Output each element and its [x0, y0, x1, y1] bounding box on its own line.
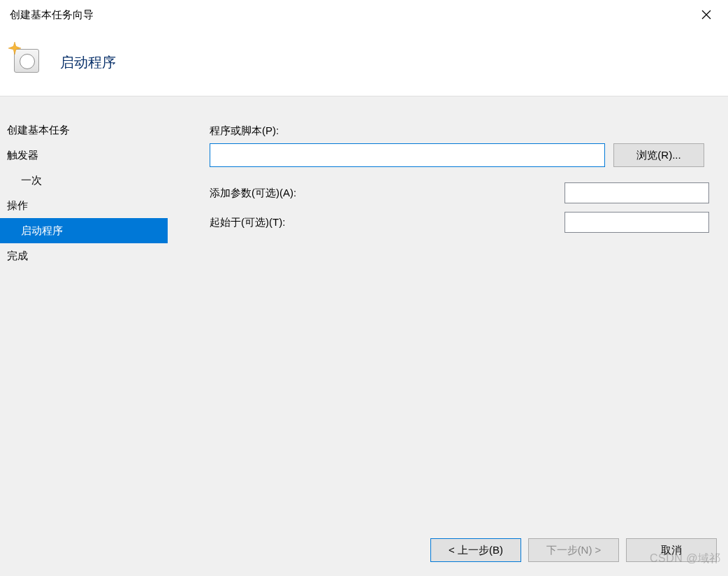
program-script-label: 程序或脚本(P): — [210, 124, 717, 138]
wizard-body: 创建基本任务触发器一次操作启动程序完成 程序或脚本(P): 浏览(R)... 添… — [0, 96, 728, 576]
start-in-input[interactable] — [565, 212, 709, 233]
add-arguments-label: 添加参数(可选)(A): — [210, 187, 565, 200]
wizard-step-title: 启动程序 — [60, 53, 116, 72]
wizard-content: 程序或脚本(P): 浏览(R)... 添加参数(可选)(A): 起始于(可选)(… — [168, 96, 728, 576]
svg-marker-2 — [8, 42, 21, 55]
sidebar-step-5[interactable]: 完成 — [0, 243, 168, 268]
close-icon — [701, 10, 711, 20]
start-in-label: 起始于(可选)(T): — [210, 216, 565, 229]
sparkle-icon — [8, 42, 21, 55]
close-button[interactable] — [689, 2, 724, 27]
wizard-footer: < 上一步(B) 下一步(N) > 取消 — [430, 538, 717, 562]
title-bar: 创建基本任务向导 — [0, 0, 728, 29]
next-button[interactable]: 下一步(N) > — [528, 538, 619, 562]
sidebar-step-0[interactable]: 创建基本任务 — [0, 117, 168, 143]
wizard-steps-sidebar: 创建基本任务触发器一次操作启动程序完成 — [0, 96, 168, 576]
browse-button[interactable]: 浏览(R)... — [613, 143, 704, 167]
program-script-input[interactable] — [210, 143, 605, 167]
sidebar-step-4[interactable]: 启动程序 — [0, 218, 168, 243]
sidebar-step-3[interactable]: 操作 — [0, 193, 168, 218]
sidebar-step-1[interactable]: 触发器 — [0, 143, 168, 168]
wizard-header: 启动程序 — [0, 29, 728, 96]
window-title: 创建基本任务向导 — [10, 8, 94, 22]
cancel-button[interactable]: 取消 — [626, 538, 717, 562]
add-arguments-input[interactable] — [565, 182, 709, 203]
wizard-header-icon — [11, 45, 42, 75]
sidebar-step-2[interactable]: 一次 — [0, 168, 168, 193]
back-button[interactable]: < 上一步(B) — [430, 538, 521, 562]
